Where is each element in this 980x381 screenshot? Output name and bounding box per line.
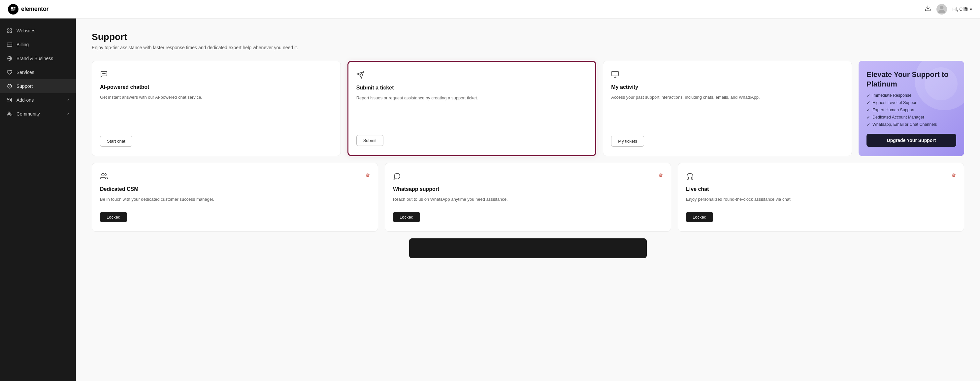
whatsapp-desc: Reach out to us on WhatsApp anytime you …	[393, 196, 663, 203]
chatbot-action: Start chat	[100, 136, 332, 147]
ticket-action: Submit	[356, 135, 588, 146]
svg-rect-7	[8, 29, 9, 30]
crown-icon-whatsapp: ♛	[658, 172, 663, 179]
svg-rect-25	[612, 71, 618, 76]
whatsapp-top: ♛	[393, 172, 663, 182]
external-icon-addons: ↗	[67, 98, 69, 102]
whatsapp-locked-button: Locked	[393, 212, 420, 222]
svg-rect-18	[10, 100, 11, 102]
check-icon-3: ✓	[867, 115, 870, 120]
ticket-icon	[356, 71, 588, 81]
whatsapp-action: Locked	[393, 212, 663, 222]
svg-rect-17	[10, 98, 11, 100]
page-title: Support	[92, 32, 964, 42]
svg-point-6	[940, 6, 944, 9]
sidebar-item-websites[interactable]: Websites	[0, 24, 76, 38]
ticket-desc: Report issues or request assistance by c…	[356, 95, 588, 126]
sidebar-label-websites: Websites	[16, 28, 69, 33]
chatbot-icon	[100, 70, 332, 80]
premium-card: Elevate Your Support to Platinum ✓Immedi…	[859, 61, 964, 156]
sidebar-item-billing[interactable]: Billing	[0, 38, 76, 51]
sidebar-item-support[interactable]: Support	[0, 79, 76, 93]
svg-rect-4	[11, 10, 14, 11]
livechat-title: Live chat	[686, 186, 956, 192]
top-cards-grid: AI-powered chatbot Get instant answers w…	[92, 61, 964, 156]
card-chatbot: AI-powered chatbot Get instant answers w…	[92, 61, 341, 156]
check-icon-0: ✓	[867, 93, 870, 98]
websites-icon	[6, 28, 13, 33]
activity-desc: Access your past support interactions, i…	[611, 94, 844, 126]
livechat-action: Locked	[686, 212, 956, 222]
sidebar-item-addons[interactable]: Add-ons ↗	[0, 93, 76, 107]
crown-icon-csm: ♛	[365, 172, 370, 179]
svg-rect-16	[8, 98, 9, 100]
livechat-top: ♛	[686, 172, 956, 182]
ticket-title: Submit a ticket	[356, 85, 588, 91]
whatsapp-title: Whatsapp support	[393, 186, 663, 192]
download-icon[interactable]	[924, 5, 931, 13]
svg-rect-9	[8, 31, 9, 33]
sidebar-item-services[interactable]: Services	[0, 65, 76, 79]
sidebar-item-brand[interactable]: Brand & Business	[0, 51, 76, 65]
main-content: Support Enjoy top-tier assistance with f…	[76, 19, 980, 381]
community-icon	[6, 111, 13, 117]
support-icon	[6, 83, 13, 89]
submit-button[interactable]: Submit	[356, 135, 383, 146]
check-icon-4: ✓	[867, 122, 870, 127]
svg-rect-3	[11, 9, 16, 10]
svg-rect-11	[7, 43, 12, 46]
my-tickets-button[interactable]: My tickets	[611, 136, 644, 147]
svg-rect-10	[10, 31, 11, 33]
svg-point-26	[102, 173, 104, 176]
svg-point-21	[103, 73, 104, 74]
feature-item-2: ✓Expert Human Support	[867, 107, 956, 113]
logo[interactable]: elementor	[8, 4, 48, 14]
livechat-icon	[686, 172, 694, 182]
sidebar-label-support: Support	[16, 83, 69, 89]
premium-features-list: ✓Immediate Response ✓Highest Level of Su…	[867, 93, 956, 127]
page-subtitle: Enjoy top-tier assistance with faster re…	[92, 45, 964, 50]
sidebar-label-billing: Billing	[16, 42, 69, 47]
avatar	[937, 4, 947, 14]
crown-icon-livechat: ♛	[951, 172, 956, 179]
sidebar: Websites Billing Brand & Business	[0, 19, 76, 381]
brand-icon	[6, 56, 13, 61]
sidebar-label-brand: Brand & Business	[16, 56, 69, 61]
svg-rect-2	[14, 8, 16, 9]
livechat-desc: Enjoy personalized round-the-clock assis…	[686, 196, 956, 203]
chatbot-title: AI-powered chatbot	[100, 84, 332, 90]
app-header: elementor Hi, Cliff! ▾	[0, 0, 980, 19]
sidebar-item-community[interactable]: Community ↗	[0, 107, 76, 121]
addons-icon	[6, 97, 13, 103]
billing-icon	[6, 41, 13, 48]
card-activity: My activity Access your past support int…	[603, 61, 852, 156]
feature-item-1: ✓Highest Level of Support	[867, 100, 956, 105]
start-chat-button[interactable]: Start chat	[100, 136, 132, 147]
premium-title: Elevate Your Support to Platinum	[867, 70, 956, 89]
card-whatsapp: ♛ Whatsapp support Reach out to us on Wh…	[385, 163, 671, 232]
svg-point-22	[105, 73, 105, 74]
bottom-bar	[409, 238, 647, 258]
logo-icon	[8, 4, 19, 14]
svg-point-20	[103, 73, 103, 74]
upgrade-button[interactable]: Upgrade Your Support	[867, 134, 956, 147]
svg-rect-0	[11, 7, 13, 9]
svg-rect-1	[14, 7, 16, 8]
feature-item-3: ✓Dedicated Account Manager	[867, 115, 956, 120]
feature-item-4: ✓Whatsapp, Email or Chat Channels	[867, 122, 956, 127]
card-livechat: ♛ Live chat Enjoy personalized round-the…	[678, 163, 964, 232]
csm-locked-button: Locked	[100, 212, 127, 222]
feature-item-0: ✓Immediate Response	[867, 93, 956, 98]
activity-title: My activity	[611, 84, 844, 90]
services-icon	[6, 69, 13, 75]
activity-icon	[611, 70, 844, 80]
csm-icon	[100, 172, 108, 182]
app-layout: Websites Billing Brand & Business	[0, 19, 980, 381]
activity-action: My tickets	[611, 136, 844, 147]
user-menu[interactable]: Hi, Cliff! ▾	[952, 6, 972, 12]
svg-point-19	[8, 112, 10, 113]
card-ticket: Submit a ticket Report issues or request…	[347, 61, 597, 156]
sidebar-label-services: Services	[16, 70, 69, 75]
card-csm: ♛ Dedicated CSM Be in touch with your de…	[92, 163, 378, 232]
sidebar-label-addons: Add-ons	[16, 97, 63, 103]
